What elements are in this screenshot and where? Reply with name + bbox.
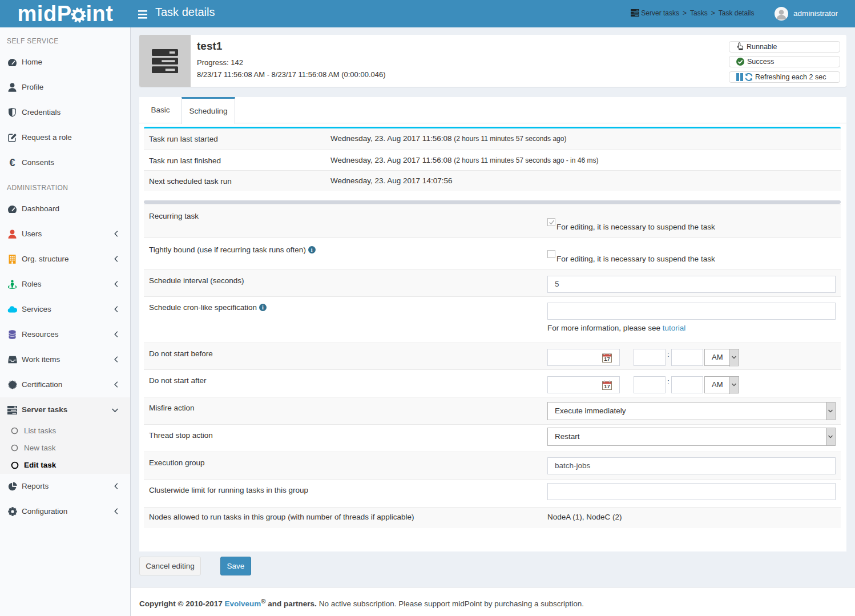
svg-text:17: 17 <box>604 356 610 362</box>
svg-text:17: 17 <box>604 383 610 389</box>
